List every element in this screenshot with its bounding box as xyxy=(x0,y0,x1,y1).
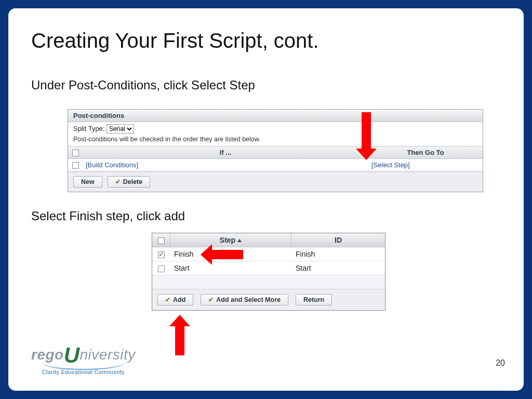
add-and-select-more-button[interactable]: ✔Add and Select More xyxy=(201,294,288,305)
add-button[interactable]: ✔Add xyxy=(157,294,193,305)
cell-id-start: Start xyxy=(291,261,385,275)
arrow-to-select-step xyxy=(362,112,371,150)
check-icon: ✔ xyxy=(208,296,214,303)
return-button[interactable]: Return xyxy=(296,294,332,305)
instruction-2: Select Finish step, click add xyxy=(31,209,185,223)
post-conditions-panel: Post-conditions Split Type: Serial Post-… xyxy=(68,109,483,192)
delete-button[interactable]: ✔Delete xyxy=(108,176,151,188)
post-conditions-note: Post-conditions will be checked in the o… xyxy=(68,136,483,146)
arrow-to-add-button xyxy=(175,326,184,355)
post-conditions-header: Post-conditions xyxy=(68,110,483,122)
slide-card: Creating Your First Script, cont. Under … xyxy=(8,8,524,391)
step-columns: Step ID xyxy=(152,233,385,247)
new-button[interactable]: New xyxy=(73,176,102,188)
col-if[interactable]: If ... xyxy=(83,147,368,158)
split-type-row: Split Type: Serial xyxy=(68,122,483,136)
rego-university-logo: regoUniversity Clarity Educational Commu… xyxy=(31,340,136,375)
select-step-link[interactable]: [Select Step] xyxy=(371,161,410,169)
check-icon: ✔ xyxy=(115,178,121,185)
step-select-panel: Step ID Finish Finish Start Start ✔Add ✔… xyxy=(152,233,385,311)
step-spacer xyxy=(152,275,385,289)
sort-asc-icon xyxy=(237,239,242,242)
row-checkbox[interactable] xyxy=(72,162,79,169)
step-row-start[interactable]: Start Start xyxy=(152,261,385,275)
post-conditions-columns: If ... Then Go To xyxy=(68,146,483,159)
col-id[interactable]: ID xyxy=(291,233,385,247)
step-row-finish[interactable]: Finish Finish xyxy=(152,247,385,261)
instruction-1: Under Post-Conditions, click Select Step xyxy=(31,78,255,92)
row-checkbox-finish[interactable] xyxy=(158,251,165,258)
col-then[interactable]: Then Go To xyxy=(368,147,483,158)
check-icon: ✔ xyxy=(165,296,170,303)
condition-row: [Build Conditions] [Select Step] xyxy=(68,159,483,171)
post-conditions-footer: New ✔Delete xyxy=(68,171,483,192)
logo-part-niversity: niversity xyxy=(80,347,136,363)
logo-part-rego: rego xyxy=(31,347,64,363)
slide-title: Creating Your First Script, cont. xyxy=(31,29,319,52)
col-step[interactable]: Step xyxy=(170,233,291,247)
cell-step-start: Start xyxy=(170,261,291,275)
step-select-all-checkbox[interactable] xyxy=(158,237,165,244)
build-conditions-link[interactable]: [Build Conditions] xyxy=(86,161,138,169)
split-type-label: Split Type: xyxy=(73,125,104,132)
row-checkbox-start[interactable] xyxy=(158,265,165,272)
arrow-to-finish-row xyxy=(212,250,243,259)
step-footer: ✔Add ✔Add and Select More Return xyxy=(152,289,385,310)
cell-id-finish: Finish xyxy=(291,247,385,261)
page-number: 20 xyxy=(496,358,505,368)
select-all-checkbox[interactable] xyxy=(72,150,79,156)
logo-part-u: U xyxy=(64,343,80,367)
logo-tagline: Clarity Educational Community xyxy=(31,369,136,375)
split-type-select[interactable]: Serial xyxy=(107,124,134,134)
